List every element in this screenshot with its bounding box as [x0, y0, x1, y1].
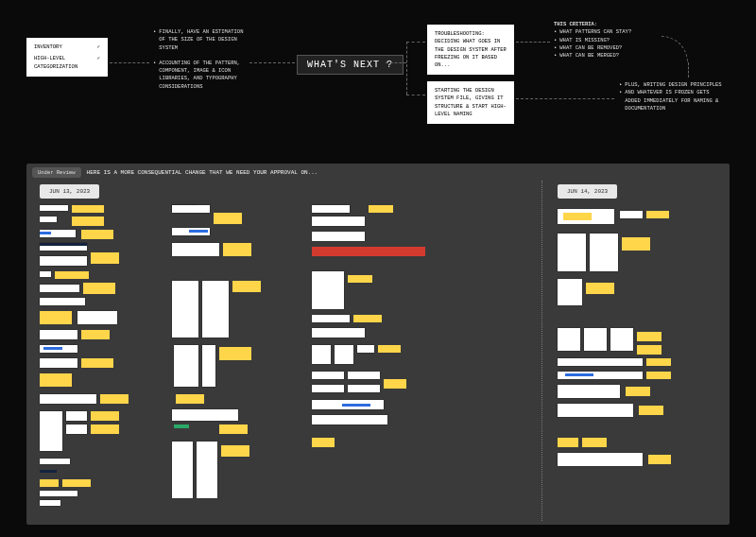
connector	[406, 42, 407, 95]
bullet-text: FINALLY, HAVE AN ESTIMATION OF THE SIZE …	[159, 28, 248, 52]
bullet-text: WHAT CAN BE REMOVED?	[559, 44, 622, 52]
bullet-text: WHAT IS MISSING?	[559, 37, 610, 44]
card-text: TROUBLESHOOTING: DECIDING WHAT GOES IN T…	[435, 30, 507, 68]
under-review-badge: Under Review	[32, 167, 81, 178]
curved-connector	[662, 36, 688, 62]
whats-next-pill: WHAT'S NEXT ?	[297, 55, 404, 75]
review-header: Under Review HERE IS A MORE CONSEQUENTIA…	[32, 167, 318, 178]
criteria-heading: THIS CRITERIA:	[554, 21, 658, 28]
connector	[406, 42, 425, 43]
estimation-notes: FINALLY, HAVE AN ESTIMATION OF THE SIZE …	[153, 28, 248, 91]
checkmark-icon: ✓	[97, 43, 100, 51]
whats-next-label: WHAT'S NEXT ?	[307, 60, 393, 70]
column-divider	[541, 181, 542, 521]
thumbnails-day2	[558, 205, 718, 517]
troubleshooting-card: TROUBLESHOOTING: DECIDING WHAT GOES IN T…	[427, 25, 514, 75]
inventory-card: INVENTORY ✓ HIGH-LEVEL CATEGORIZATION ✓	[26, 38, 108, 77]
date-card-right: JUN 14, 2023	[558, 184, 617, 199]
inventory-label: INVENTORY	[34, 43, 62, 51]
process-flow: INVENTORY ✓ HIGH-LEVEL CATEGORIZATION ✓ …	[0, 21, 756, 144]
connector	[516, 42, 550, 43]
connector	[249, 62, 295, 63]
card-text: STARTING THE DESIGN SYSTEM FILE, GIVING …	[435, 87, 507, 117]
connector	[406, 95, 425, 95]
criteria-block: THIS CRITERIA: WHAT PATTERNS CAN STAY? W…	[554, 21, 658, 60]
thumbnails-day1	[40, 205, 531, 517]
connector	[110, 62, 149, 63]
bullet-text: PLUS, WRITING DESIGN PRINCIPLES	[625, 81, 721, 89]
bullet-text: AND WHATEVER IS FROZEN GETS ADDED IMMEDI…	[625, 89, 723, 113]
date-card-left: JUN 13, 2023	[40, 184, 99, 199]
date-label: JUN 13, 2023	[49, 188, 90, 195]
bullet-text: WHAT PATTERNS CAN STAY?	[559, 28, 631, 36]
bullet-text: ACCOUNTING OF THE PATTERN, COMPONENT, IM…	[159, 60, 248, 91]
principles-block: PLUS, WRITING DESIGN PRINCIPLES AND WHAT…	[619, 81, 723, 113]
categorization-label: HIGH-LEVEL CATEGORIZATION	[34, 55, 88, 71]
connector	[386, 62, 406, 63]
checkmark-icon: ✓	[97, 55, 100, 62]
review-board: Under Review HERE IS A MORE CONSEQUENTIA…	[26, 164, 730, 525]
review-heading: HERE IS A MORE CONSEQUENTIAL CHANGE THAT…	[87, 169, 318, 176]
date-label: JUN 14, 2023	[567, 188, 608, 195]
connector	[516, 98, 614, 99]
starting-file-card: STARTING THE DESIGN SYSTEM FILE, GIVING …	[427, 81, 514, 124]
bullet-text: WHAT CAN BE MERGED?	[559, 52, 619, 60]
connector	[688, 62, 689, 78]
